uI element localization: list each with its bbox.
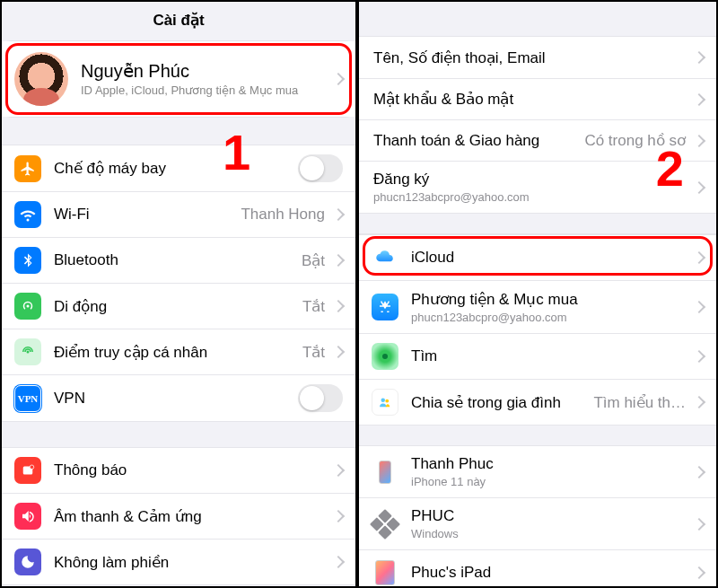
findmy-row[interactable]: Tìm (359, 333, 716, 379)
settings-root-screen: Cài đặt Nguyễn Phúc ID Apple, iCloud, Ph… (2, 2, 359, 586)
bluetooth-label: Bluetooth (54, 251, 302, 269)
subscriptions-label: Đăng ký (373, 171, 691, 189)
dnd-label: Không làm phiền (54, 553, 330, 572)
family-sharing-label: Chia sẻ trong gia đình (411, 393, 561, 412)
password-security-row[interactable]: Mật khẩu & Bảo mật (359, 78, 716, 119)
media-purchases-detail: phucn123abcpro@yahoo.com (411, 311, 691, 324)
cellular-label: Di động (54, 297, 302, 316)
wifi-icon (14, 201, 41, 228)
family-sharing-row[interactable]: Chia sẻ trong gia đình Tìm hiểu th… (359, 379, 716, 425)
hotspot-icon (14, 338, 41, 365)
annotation-number-1: 1 (223, 127, 250, 178)
airplane-icon (14, 155, 41, 182)
hotspot-row[interactable]: Điểm truy cập cá nhân Tắt (2, 329, 355, 374)
notifications-icon (14, 457, 41, 484)
icloud-icon (372, 244, 398, 271)
subscriptions-detail: phucn123abcpro@yahoo.com (373, 190, 691, 204)
wifi-value: Thanh Hong (241, 206, 325, 224)
device-2-name: PHUC (411, 507, 691, 525)
icloud-label: iCloud (411, 249, 691, 267)
vpn-label: VPN (54, 390, 298, 408)
svg-point-1 (30, 465, 34, 470)
apple-id-profile-row[interactable]: Nguyễn Phúc ID Apple, iCloud, Phương tiệ… (2, 41, 355, 117)
device-2-info: Windows (411, 527, 691, 540)
bluetooth-value: Bật (302, 251, 325, 270)
findmy-label: Tìm (411, 347, 691, 365)
avatar (14, 52, 68, 106)
device-1-name: Thanh Phuc (411, 455, 691, 473)
profile-subtitle: ID Apple, iCloud, Phương tiện & Mục mua (81, 83, 330, 98)
svg-point-3 (381, 399, 386, 403)
airplane-mode-row[interactable]: Chế độ máy bay (2, 145, 355, 191)
name-phone-email-row[interactable]: Tên, Số điện thoại, Email (359, 37, 716, 78)
profile-name: Nguyễn Phúc (81, 60, 330, 82)
wifi-row[interactable]: Wi-Fi Thanh Hong (2, 191, 355, 237)
media-purchases-label: Phương tiện & Mục mua (411, 290, 691, 309)
device-row-2[interactable]: PHUC Windows (359, 497, 716, 549)
sounds-icon (14, 503, 41, 530)
device-3-name: Phuc's iPad (411, 564, 691, 582)
family-icon (372, 389, 398, 416)
appstore-icon (372, 294, 398, 320)
cellular-value: Tắt (302, 297, 325, 316)
windows-icon (372, 511, 398, 538)
sounds-row[interactable]: Âm thanh & Cảm ứng (2, 493, 355, 539)
hotspot-value: Tắt (302, 343, 325, 362)
payment-shipping-label: Thanh toán & Giao hàng (373, 132, 584, 150)
notifications-label: Thông báo (54, 461, 330, 479)
cellular-row[interactable]: Di động Tắt (2, 283, 355, 329)
page-title: Cài đặt (2, 2, 355, 40)
family-sharing-value: Tìm hiểu th… (568, 393, 686, 412)
device-1-info: iPhone 11 này (411, 475, 691, 488)
sounds-label: Âm thanh & Cảm ứng (54, 507, 330, 526)
annotation-number-2: 2 (656, 144, 684, 194)
notifications-row[interactable]: Thông báo (2, 448, 355, 493)
wifi-label: Wi-Fi (54, 206, 241, 224)
device-row-3[interactable]: Phuc's iPad (359, 549, 716, 586)
bluetooth-row[interactable]: Bluetooth Bật (2, 237, 355, 283)
iphone-icon (372, 459, 398, 486)
cellular-icon (14, 293, 41, 320)
password-security-label: Mật khẩu & Bảo mật (373, 90, 691, 109)
vpn-toggle[interactable] (298, 384, 343, 412)
media-purchases-row[interactable]: Phương tiện & Mục mua phucn123abcpro@yah… (359, 280, 716, 333)
bluetooth-icon (14, 247, 41, 274)
apple-id-screen: 2 Tên, Số điện thoại, Email Mật khẩu & B… (359, 2, 716, 586)
svg-point-2 (382, 354, 388, 359)
moon-icon (14, 549, 41, 575)
airplane-label: Chế độ máy bay (54, 159, 298, 178)
ipad-icon (372, 559, 398, 586)
dnd-row[interactable]: Không làm phiền (2, 539, 355, 584)
findmy-icon (372, 343, 398, 370)
icloud-row[interactable]: iCloud (359, 234, 716, 280)
svg-point-4 (385, 399, 389, 403)
vpn-icon: VPN (14, 385, 41, 412)
device-row-1[interactable]: Thanh Phuc iPhone 11 này (359, 446, 716, 497)
name-phone-email-label: Tên, Số điện thoại, Email (373, 48, 691, 67)
hotspot-label: Điểm truy cập cá nhân (54, 343, 302, 362)
airplane-toggle[interactable] (298, 154, 343, 182)
vpn-row[interactable]: VPN VPN (2, 374, 355, 421)
